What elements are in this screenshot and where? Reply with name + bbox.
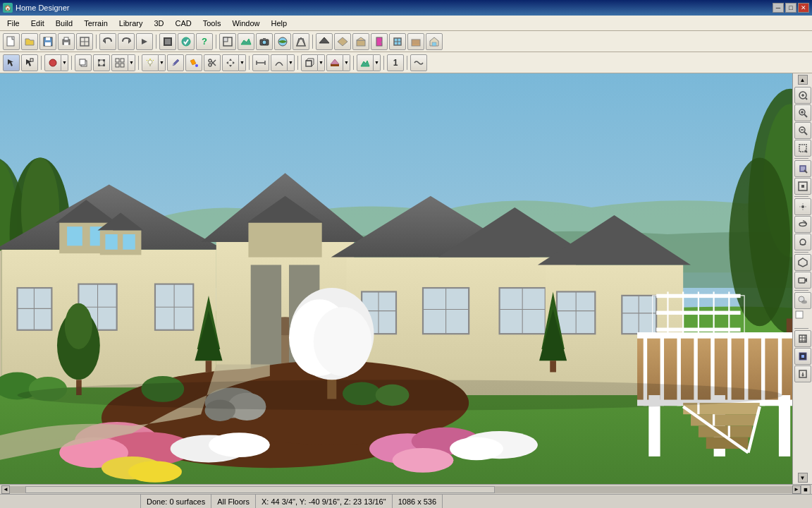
edit-select-tool[interactable] — [21, 54, 38, 71]
hscroll-left-arrow[interactable]: ◄ — [1, 485, 10, 494]
number-tool[interactable]: 1 — [387, 54, 404, 71]
window-btn[interactable] — [389, 33, 406, 50]
roof-btn[interactable] — [316, 33, 333, 50]
menu-file[interactable]: File — [1, 18, 25, 29]
wave-tool[interactable] — [410, 54, 427, 71]
title-bar-left: 🏠 Home Designer — [3, 3, 69, 13]
sep-t2-6 — [353, 56, 354, 70]
floorplan-btn[interactable] — [219, 33, 236, 50]
transform-tool[interactable] — [93, 54, 110, 71]
pan-btn[interactable] — [794, 198, 811, 215]
door-btn[interactable] — [371, 33, 388, 50]
help-btn[interactable]: ? — [196, 33, 213, 50]
pencil-tool[interactable] — [167, 54, 184, 71]
camera2-btn[interactable] — [794, 272, 811, 289]
box-dropdown-arrow[interactable]: ▼ — [318, 54, 325, 71]
zoom-in-btn[interactable] — [794, 104, 811, 121]
perspective-btn[interactable] — [293, 33, 309, 50]
array-tool[interactable] — [111, 54, 128, 71]
terrain-tool[interactable] — [357, 54, 374, 71]
paint-tool[interactable] — [185, 54, 202, 71]
vscroll-down-arrow[interactable]: ▼ — [798, 473, 808, 483]
zoom-full-btn[interactable] — [794, 178, 811, 195]
copy-tool[interactable] — [75, 54, 92, 71]
terrain-view-btn[interactable] — [238, 33, 254, 50]
zoom-fit-btn[interactable] — [794, 87, 811, 104]
orbit-btn[interactable] — [794, 216, 811, 233]
hscroll-right-arrow[interactable]: ► — [792, 485, 801, 494]
menu-cad[interactable]: CAD — [169, 18, 197, 29]
render-btn[interactable] — [159, 33, 176, 50]
scissors-tool[interactable] — [204, 54, 221, 71]
select-tool[interactable] — [3, 54, 20, 71]
menu-edit[interactable]: Edit — [25, 18, 50, 29]
render3-btn[interactable] — [794, 348, 811, 365]
move-dropdown-arrow[interactable]: ▼ — [239, 54, 246, 71]
layout-button[interactable] — [76, 33, 93, 50]
status-input-area[interactable] — [0, 495, 141, 508]
zoom-selected-btn[interactable] — [794, 160, 811, 177]
svg-marker-75 — [306, 59, 314, 66]
maximize-button[interactable]: □ — [785, 3, 796, 13]
svg-point-209 — [18, 380, 783, 410]
menu-terrain[interactable]: Terrain — [78, 18, 113, 29]
shadow-btn[interactable] — [794, 292, 811, 309]
svg-point-175 — [209, 433, 270, 457]
floor-btn[interactable] — [352, 33, 369, 50]
orbit2-btn[interactable] — [794, 234, 811, 250]
svg-marker-243 — [801, 355, 804, 358]
print-button[interactable] — [58, 33, 75, 50]
array-dropdown-arrow[interactable]: ▼ — [128, 54, 135, 71]
wall-btn[interactable] — [334, 33, 351, 50]
elevation-tool[interactable] — [326, 54, 343, 71]
save-button[interactable] — [39, 33, 56, 50]
zoom-area-btn[interactable] — [794, 140, 811, 157]
menu-tools[interactable]: Tools — [197, 18, 227, 29]
elevation-dropdown-arrow[interactable]: ▼ — [343, 54, 350, 71]
view3d-btn[interactable] — [274, 33, 291, 50]
open-button[interactable] — [21, 33, 38, 50]
circle-dropdown-arrow[interactable]: ▼ — [61, 54, 68, 71]
redo-button[interactable] — [118, 33, 135, 50]
status-bar: Done: 0 surfaces All Floors X: 44 3/4", … — [0, 494, 812, 508]
zoom-out-btn[interactable] — [794, 122, 811, 139]
move-tool[interactable] — [222, 54, 239, 71]
grid-btn[interactable] — [794, 330, 811, 347]
svg-point-63 — [209, 64, 211, 66]
check-btn[interactable] — [178, 33, 195, 50]
svg-marker-77 — [331, 59, 339, 64]
path-tool[interactable] — [271, 54, 288, 71]
sep2 — [156, 35, 156, 49]
undo-button[interactable] — [99, 33, 116, 50]
hscroll-track[interactable] — [10, 486, 792, 493]
menu-help[interactable]: Help — [266, 18, 293, 29]
garage-btn[interactable] — [426, 33, 443, 50]
svg-marker-22 — [297, 39, 305, 46]
dimension-tool[interactable] — [252, 54, 269, 71]
camera-btn[interactable] — [256, 33, 273, 50]
vscroll-up-arrow[interactable]: ▲ — [798, 75, 808, 85]
menu-build[interactable]: Build — [50, 18, 78, 29]
minimize-button[interactable]: ─ — [773, 3, 784, 13]
hscroll-thumb[interactable] — [25, 486, 495, 493]
menu-library[interactable]: Library — [113, 18, 149, 29]
scene-svg — [0, 73, 792, 484]
svg-marker-226 — [801, 185, 804, 188]
select3d-btn[interactable] — [794, 254, 811, 271]
terrain-dropdown-arrow[interactable]: ▼ — [374, 54, 381, 71]
forward-button[interactable] — [136, 33, 153, 50]
new-button[interactable] — [3, 33, 20, 50]
path-dropdown-arrow[interactable]: ▼ — [288, 54, 295, 71]
menu-window[interactable]: Window — [226, 18, 265, 29]
light-dropdown-arrow[interactable]: ▼ — [159, 54, 166, 71]
deck-btn[interactable] — [407, 33, 424, 50]
canvas-area[interactable] — [0, 73, 792, 484]
box-tool[interactable] — [301, 54, 318, 71]
light-tool[interactable] — [142, 54, 159, 71]
circle-tool[interactable] — [44, 54, 61, 71]
svg-point-43 — [49, 59, 56, 66]
menu-3d[interactable]: 3D — [148, 18, 169, 29]
close-button[interactable]: ✕ — [798, 3, 809, 13]
command-input[interactable] — [3, 497, 137, 506]
export-btn[interactable] — [794, 365, 811, 382]
